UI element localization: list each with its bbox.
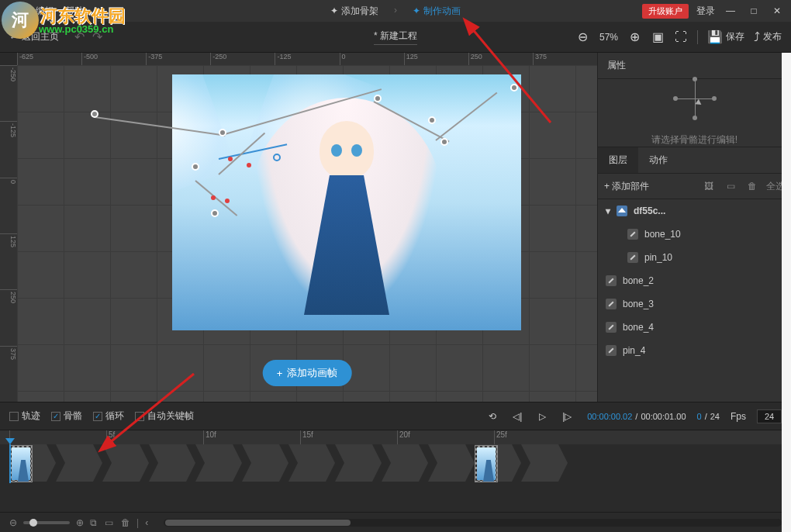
bone-node[interactable] xyxy=(374,95,382,102)
add-part-button[interactable]: + 添加部件 xyxy=(604,180,649,193)
time-display: 00:00:00.02 / 00:00:01.00 xyxy=(587,412,686,421)
duplicate-button[interactable]: ▭ xyxy=(105,517,113,528)
bone-node[interactable] xyxy=(192,163,199,171)
tree-item-root[interactable]: ▾ df55c... xyxy=(598,199,791,223)
redo-button[interactable]: ↷ xyxy=(92,29,102,44)
project-title[interactable]: * 新建工程 xyxy=(374,29,417,45)
track-zoom-in[interactable]: ⊕ xyxy=(76,517,84,528)
back-arrow-icon: ← xyxy=(9,32,19,43)
delete-icon-button[interactable]: 🗑 xyxy=(744,178,760,194)
folder-icon-button[interactable]: ▭ xyxy=(723,178,738,194)
bone-node[interactable] xyxy=(510,84,518,92)
loop-checkbox[interactable]: 循环 xyxy=(93,409,124,423)
fps-input[interactable] xyxy=(757,409,782,423)
track-zoom-out[interactable]: ⊖ xyxy=(9,517,17,528)
save-button[interactable]: 💾 保存 xyxy=(707,30,744,44)
bone-anchor[interactable] xyxy=(247,163,251,168)
bone-node[interactable] xyxy=(91,110,98,118)
keyframe-thumb[interactable] xyxy=(475,445,498,482)
tab-add-bones[interactable]: ✦ 添加骨架 xyxy=(330,5,378,18)
bone-icon xyxy=(606,299,617,309)
frame-display: 0 / 24 xyxy=(697,412,720,421)
layers-panel: 图层 动作 + 添加部件 🖼 ▭ 🗑 全选 ▾ df55c... bone_10… xyxy=(598,147,791,402)
track-zoom-slider[interactable] xyxy=(23,521,70,524)
bones-checkbox[interactable]: 骨骼 xyxy=(51,409,82,423)
upgrade-button[interactable]: 升级账户 xyxy=(642,4,689,19)
collapse-icon[interactable]: ▾ xyxy=(606,206,610,216)
image-icon xyxy=(617,206,627,216)
fullscreen-button[interactable]: ⛶ xyxy=(674,30,688,44)
canvas-wrapper: -625-500-375 -250-1250 125250375 -250-12… xyxy=(0,53,597,402)
next-frame-button[interactable]: |▷ xyxy=(558,407,576,426)
bone-pivot[interactable] xyxy=(273,154,281,161)
right-panel: 属性 请选择骨骼进行编辑! 图层 动作 + 添加部件 🖼 ▭ 🗑 全选 xyxy=(597,53,791,402)
bone-node[interactable] xyxy=(440,138,448,146)
back-button[interactable]: ← 返回主页 xyxy=(9,30,59,43)
bone-icon xyxy=(606,322,617,333)
properties-body: 请选择骨骼进行编辑! xyxy=(598,79,791,147)
add-frame-button[interactable]: + 添加动画帧 xyxy=(263,360,352,386)
tab-make-animation[interactable]: ✦ 制作动画 xyxy=(413,5,461,18)
minimize-button[interactable]: — xyxy=(723,3,738,19)
bone-icon xyxy=(606,345,617,356)
menu-file[interactable]: 文件 xyxy=(6,5,25,18)
menubar: 文件 编辑 帮助 ✦ 添加骨架 › ✦ 制作动画 升级账户 登录 — □ ✕ xyxy=(0,0,791,22)
crosshair-icon xyxy=(675,79,714,118)
properties-header: 属性 xyxy=(598,53,791,79)
keyframe-thumb[interactable] xyxy=(9,445,33,482)
ruler-horizontal: -625-500-375 -250-1250 125250375 xyxy=(17,53,597,65)
playhead[interactable] xyxy=(9,444,11,483)
publish-icon: ⤴ xyxy=(754,30,760,44)
bone-anchor[interactable] xyxy=(228,157,233,161)
tree-item[interactable]: bone_4 xyxy=(598,316,791,339)
undo-button[interactable]: ↶ xyxy=(74,29,85,44)
menu-edit[interactable]: 编辑 xyxy=(36,5,54,18)
menu-help[interactable]: 帮助 xyxy=(65,5,84,18)
tab-actions[interactable]: 动作 xyxy=(638,147,679,173)
prev-frame-button[interactable]: ◁| xyxy=(508,407,527,426)
rewind-button[interactable]: ⟲ xyxy=(483,407,502,426)
trash-button[interactable]: 🗑 xyxy=(121,517,130,528)
bone-icon xyxy=(627,229,638,240)
timeline-ruler[interactable]: 5f10f 15f20f 25f xyxy=(0,430,791,444)
tree-item[interactable]: pin_4 xyxy=(598,339,791,362)
fit-button[interactable]: ▣ xyxy=(651,30,665,44)
tab-layers[interactable]: 图层 xyxy=(598,147,638,173)
tree-item[interactable]: bone_3 xyxy=(598,292,791,316)
zoom-out-button[interactable]: ⊖ xyxy=(576,30,590,44)
bone-icon xyxy=(627,252,638,263)
image-icon-button[interactable]: 🖼 xyxy=(701,178,717,194)
tree-item[interactable]: bone_10 xyxy=(598,223,791,246)
tree-item[interactable]: bone_2 xyxy=(598,269,791,292)
copy-button[interactable]: ⧉ xyxy=(90,517,97,528)
maximize-button[interactable]: □ xyxy=(746,3,762,19)
bone-anchor[interactable] xyxy=(211,195,216,200)
bone-node[interactable] xyxy=(211,209,219,217)
ruler-vertical: -250-1250 125250375 xyxy=(0,65,17,402)
animate-icon: ✦ xyxy=(413,5,420,16)
canvas[interactable]: + 添加动画帧 xyxy=(17,65,597,402)
properties-hint: 请选择骨骼进行编辑! xyxy=(651,133,737,147)
timeline-scrollbar[interactable] xyxy=(164,519,782,527)
zoom-in-button[interactable]: ⊕ xyxy=(627,30,641,44)
timeline: 轨迹 骨骼 循环 自动关键帧 ⟲ ◁| ▷ |▷ 00:00:00.02 / 0… xyxy=(0,402,791,532)
play-button[interactable]: ▷ xyxy=(533,407,551,426)
bone-icon xyxy=(606,275,617,286)
bone-node[interactable] xyxy=(428,116,436,124)
autokeyframe-checkbox[interactable]: 自动关键帧 xyxy=(135,409,194,423)
toolbar: ← 返回主页 ↶ ↷ * 新建工程 ⊖ 57% ⊕ ▣ ⛶ 💾 保存 ⤴ 发布 xyxy=(0,22,791,53)
browser-edge xyxy=(782,53,791,532)
login-link[interactable]: 登录 xyxy=(696,5,715,18)
tree-item[interactable]: pin_10 xyxy=(598,246,791,269)
track-area[interactable] xyxy=(0,444,791,512)
bone-anchor[interactable] xyxy=(225,199,230,203)
close-button[interactable]: ✕ xyxy=(769,3,785,19)
track-checkbox[interactable]: 轨迹 xyxy=(9,409,40,423)
bones-icon: ✦ xyxy=(330,5,338,16)
scroll-left[interactable]: ‹ xyxy=(145,517,148,528)
fps-label: Fps xyxy=(731,411,746,422)
publish-button[interactable]: ⤴ 发布 xyxy=(754,30,782,44)
bone-node[interactable] xyxy=(219,129,226,136)
save-icon: 💾 xyxy=(707,29,723,44)
zoom-level: 57% xyxy=(599,32,618,43)
